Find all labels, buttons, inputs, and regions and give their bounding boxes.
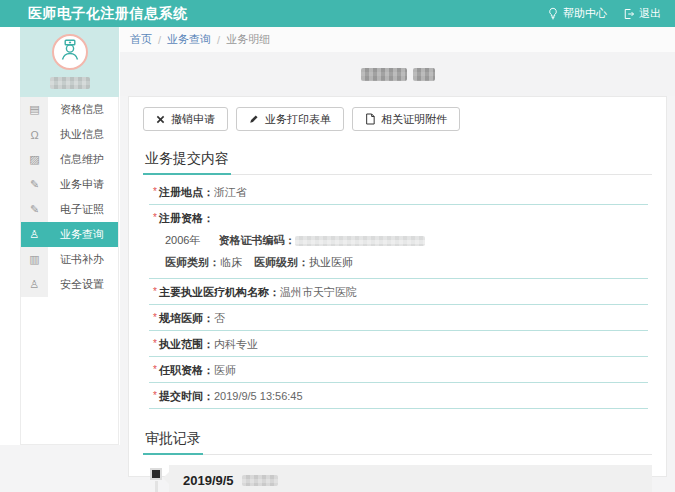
field-label: 提交时间： xyxy=(159,390,214,402)
page: 医师电子化注册信息系统 帮助中心 退出 xyxy=(0,0,675,492)
certificate-icon: ✎ xyxy=(21,197,48,222)
help-center-link[interactable]: 帮助中心 xyxy=(547,6,607,21)
image-icon: ▨ xyxy=(21,147,48,172)
person-icon: ♙ xyxy=(21,272,48,297)
attachments-label: 相关证明附件 xyxy=(381,112,447,127)
doctor-level-value: 执业医师 xyxy=(309,256,353,268)
field-registration-qualification: *注册资格： 2006年资格证书编码： 医师类别：临床医师级别：执业医师 xyxy=(149,205,648,279)
sidebar-item-practice-info[interactable]: Ω 执业信息 xyxy=(21,122,118,147)
field-main-institution: *主要执业医疗机构名称：温州市天宁医院 xyxy=(149,279,648,305)
redacted-cert-code xyxy=(295,236,425,246)
sidebar-item-label: 电子证照 xyxy=(48,197,118,222)
sidebar-item-business-application[interactable]: ✎ 业务申请 xyxy=(21,172,118,197)
sidebar-item-electronic-certificate[interactable]: ✎ 电子证照 xyxy=(21,197,118,222)
field-value: 2019/9/5 13:56:45 xyxy=(214,390,303,402)
doctor-category-row: 医师类别：临床医师级别：执业医师 xyxy=(153,248,648,274)
breadcrumb-separator: / xyxy=(217,34,220,46)
sidebar-item-business-query[interactable]: ♙ 业务查询 xyxy=(21,222,118,247)
breadcrumb-separator: / xyxy=(158,34,161,46)
lightbulb-icon xyxy=(547,7,559,20)
page-title-strip xyxy=(120,52,675,96)
app-header: 医师电子化注册信息系统 帮助中心 退出 xyxy=(0,0,675,27)
field-value: 医师 xyxy=(214,364,236,376)
toolbar: 撤销申请 业务打印表单 相关证明附件 xyxy=(143,107,652,131)
submission-heading-text: 业务提交内容 xyxy=(143,150,231,175)
approval-timeline: 2019/9/5 提交成功 xyxy=(143,465,652,492)
document-icon: ▤ xyxy=(21,97,48,122)
avatar xyxy=(52,34,88,70)
save-icon: ▥ xyxy=(21,247,48,272)
submission-section-heading: 业务提交内容 xyxy=(143,149,652,175)
breadcrumb-current: 业务明细 xyxy=(226,32,270,47)
sidebar-item-label: 执业信息 xyxy=(48,122,118,147)
redacted-page-title xyxy=(361,68,407,81)
document-attachment-icon xyxy=(365,113,375,125)
field-submit-time: *提交时间：2019/9/5 13:56:45 xyxy=(149,383,648,409)
field-label: 任职资格： xyxy=(159,364,214,376)
x-icon xyxy=(156,115,165,124)
doctor-icon xyxy=(57,37,83,67)
required-mark: * xyxy=(153,212,157,223)
approval-section: 审批记录 2019/9/5 xyxy=(143,429,652,492)
field-value: 否 xyxy=(214,312,225,324)
field-value: 温州市天宁医院 xyxy=(280,286,357,298)
required-mark: * xyxy=(153,390,157,401)
field-label: 执业范围： xyxy=(159,338,214,350)
qualification-year-row: 2006年资格证书编码： xyxy=(153,226,648,248)
sidebar-item-label: 安全设置 xyxy=(48,272,118,297)
field-label: 注册资格： xyxy=(159,212,214,224)
sidebar-item-security-settings[interactable]: ♙ 安全设置 xyxy=(21,272,118,297)
approval-record-date: 2019/9/5 xyxy=(183,473,234,488)
field-label: 主要执业医疗机构名称： xyxy=(159,286,280,298)
help-center-label: 帮助中心 xyxy=(563,6,607,21)
sidebar-item-qualification-info[interactable]: ▤ 资格信息 xyxy=(21,97,118,122)
cancel-application-button[interactable]: 撤销申请 xyxy=(143,107,228,131)
sidebar-item-label: 证书补办 xyxy=(48,247,118,272)
field-value: 内科专业 xyxy=(214,338,258,350)
header-actions: 帮助中心 退出 xyxy=(547,6,675,21)
sidebar-menu: ▤ 资格信息 Ω 执业信息 ▨ 信息维护 ✎ 业务申请 xyxy=(20,97,119,445)
headset-icon: Ω xyxy=(21,122,48,147)
field-label-row: *注册资格： xyxy=(153,211,648,226)
detail-panel: 撤销申请 业务打印表单 相关证明附件 xyxy=(128,96,667,477)
breadcrumb-business-query[interactable]: 业务查询 xyxy=(167,32,211,47)
doctor-category-value: 临床 xyxy=(220,256,242,268)
approval-record-card: 2019/9/5 提交成功 xyxy=(169,465,652,492)
doctor-category-label: 医师类别： xyxy=(165,256,220,268)
doctor-level-label: 医师级别： xyxy=(254,256,309,268)
user-profile-block xyxy=(20,27,119,97)
submission-fields: *注册地点：浙江省 *注册资格： 2006年资格证书编码： 医师类别：临床医师级… xyxy=(149,179,648,409)
cancel-application-label: 撤销申请 xyxy=(171,112,215,127)
body: ▤ 资格信息 Ω 执业信息 ▨ 信息维护 ✎ 业务申请 xyxy=(0,27,675,492)
field-label: 规培医师： xyxy=(159,312,214,324)
sidebar-item-label: 业务查询 xyxy=(48,222,118,247)
sidebar-item-info-maintenance[interactable]: ▨ 信息维护 xyxy=(21,147,118,172)
sidebar-item-label: 信息维护 xyxy=(48,147,118,172)
required-mark: * xyxy=(153,338,157,349)
logout-link[interactable]: 退出 xyxy=(623,6,661,21)
qualification-year: 2006年 xyxy=(165,234,200,246)
approval-record-title: 2019/9/5 xyxy=(183,473,638,488)
logout-label: 退出 xyxy=(639,6,661,21)
timeline-line xyxy=(155,481,158,492)
required-mark: * xyxy=(153,312,157,323)
sidebar: ▤ 资格信息 Ω 执业信息 ▨ 信息维护 ✎ 业务申请 xyxy=(0,27,120,492)
approval-section-heading: 审批记录 xyxy=(143,429,652,455)
field-standardized-training: *规培医师：否 xyxy=(149,305,648,331)
pen-icon xyxy=(249,114,259,124)
required-mark: * xyxy=(153,186,157,197)
main-content: 首页 / 业务查询 / 业务明细 撤销申请 xyxy=(120,27,675,492)
sidebar-item-certificate-reissue[interactable]: ▥ 证书补办 xyxy=(21,247,118,272)
approval-heading-text: 审批记录 xyxy=(143,430,203,455)
person-icon: ♙ xyxy=(21,222,48,247)
logout-icon xyxy=(623,8,635,20)
attachments-button[interactable]: 相关证明附件 xyxy=(352,107,460,131)
app-title: 医师电子化注册信息系统 xyxy=(0,5,188,23)
print-form-button[interactable]: 业务打印表单 xyxy=(236,107,344,131)
timeline-node-icon xyxy=(152,470,160,478)
redacted-page-title xyxy=(413,68,435,81)
field-label: 注册地点： xyxy=(159,186,214,198)
breadcrumb-home[interactable]: 首页 xyxy=(130,32,152,47)
cert-code-label: 资格证书编码： xyxy=(218,234,295,246)
sidebar-item-label: 业务申请 xyxy=(48,172,118,197)
